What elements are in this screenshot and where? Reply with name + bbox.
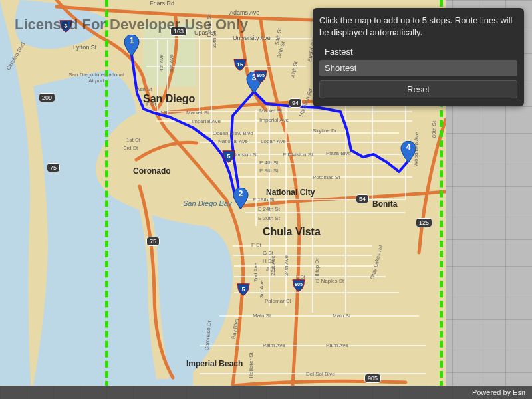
stop-number: 4 <box>400 142 416 152</box>
app-root: 1 2 3 4 San Diego Coronado National City… <box>0 0 532 399</box>
stop-pin-4[interactable]: 4 <box>400 141 416 162</box>
panel-instructions: Click the map to add up to 5 stops. Rout… <box>319 15 517 38</box>
stop-pin-2[interactable]: 2 <box>233 188 249 209</box>
option-shortest[interactable]: Shortest <box>319 60 517 76</box>
option-fastest[interactable]: Fastest <box>319 43 517 60</box>
stop-number: 1 <box>124 36 140 45</box>
stop-number: 3 <box>246 73 262 82</box>
attribution-bar: Powered by Esri <box>0 386 532 399</box>
stop-pin-1[interactable]: 1 <box>124 35 140 56</box>
route-control-panel: Click the map to add up to 5 stops. Rout… <box>313 8 524 106</box>
stop-number: 2 <box>233 189 249 198</box>
reset-button[interactable]: Reset <box>319 80 517 98</box>
stop-pin-3[interactable]: 3 <box>246 72 262 93</box>
